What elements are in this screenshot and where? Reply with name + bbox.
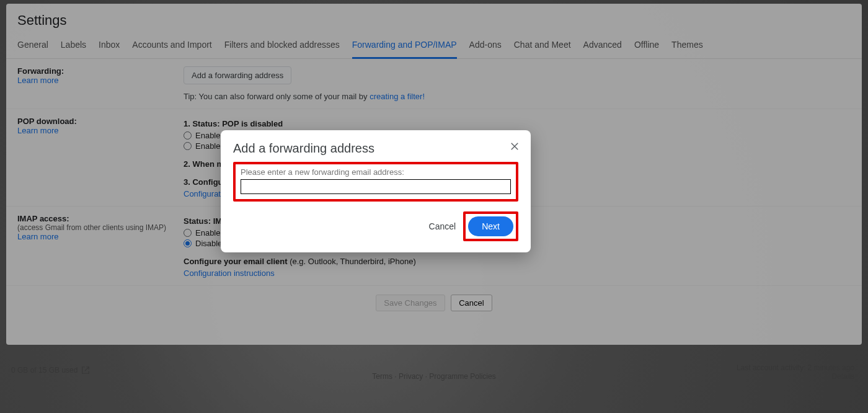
add-forwarding-dialog: Add a forwarding address Please enter a … (221, 130, 531, 252)
close-icon[interactable] (507, 139, 522, 154)
highlight-next: Next (463, 211, 518, 241)
dialog-cancel-button[interactable]: Cancel (429, 221, 456, 231)
dialog-actions: Cancel Next (233, 211, 518, 241)
highlight-input-area: Please enter a new forwarding email addr… (233, 162, 518, 202)
dialog-prompt: Please enter a new forwarding email addr… (241, 167, 511, 177)
dialog-next-button[interactable]: Next (468, 216, 513, 236)
dialog-title: Add a forwarding address (233, 141, 518, 156)
forwarding-email-input[interactable] (241, 179, 511, 194)
